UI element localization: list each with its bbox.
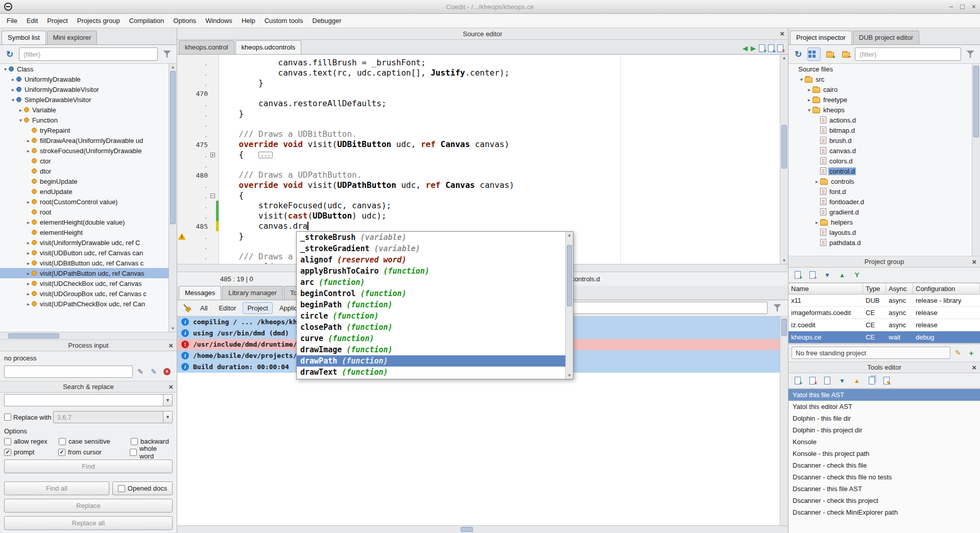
completion-item[interactable]: applyBrushToCairo(function) [297,265,565,277]
tab-symbol-list[interactable]: Symbol list [2,31,46,44]
option-case-sensitive[interactable]: case sensitive [59,438,131,445]
move-project-up-button[interactable]: ▲ [836,269,848,282]
menu-project[interactable]: Project [42,15,72,27]
next-document-icon[interactable]: ▶ [751,44,756,52]
search-dropdown-button[interactable]: ▼ [163,394,173,406]
gutter-row[interactable]: 480 [177,170,219,180]
symbol-tree-item[interactable]: ▸fillDrawArea(UniformlyDrawable ud [0,135,177,146]
doc-tab-kheops-udcontrols[interactable]: kheops.udcontrols [235,40,302,54]
filter-editor[interactable]: Editor [214,302,241,314]
replace-input[interactable] [53,411,163,423]
edit-tool-button[interactable]: ✎ [880,374,893,387]
file-tree-item[interactable]: control.d [788,166,980,176]
edit-free-standing-button[interactable]: ✎ [952,347,964,358]
search-input[interactable] [4,394,163,406]
option-prompt[interactable]: ✓prompt [4,448,58,456]
scrollbar-thumb[interactable] [567,245,572,306]
tool-item[interactable]: Yatol this editor AST [788,401,980,413]
filter-project[interactable]: Project [243,302,272,314]
gutter-row[interactable]: 475 [177,139,219,150]
gutter-row[interactable]: . [177,241,219,252]
completion-item[interactable]: closePath(function) [297,322,565,333]
completion-item[interactable]: drawText(function) [297,367,565,378]
tool-item[interactable]: Dolphin - this project dir [788,424,980,436]
completion-item[interactable]: circle(function) [297,310,565,322]
project-row[interactable]: iz.coeditCEasyncrelease [788,319,980,331]
gutter-row[interactable]: .− [177,190,219,201]
symbol-tree-item[interactable]: beginUpdate [0,176,177,186]
gutter-row[interactable]: !. [177,231,219,241]
fold-marker-icon[interactable]: − [210,193,215,198]
folded-code-icon[interactable]: ... [258,152,273,158]
gutter-row[interactable]: . [177,109,219,119]
completion-item[interactable]: alignof(reserved word) [297,254,565,265]
symbol-tree-item[interactable]: ▾Class [0,64,177,74]
completion-item[interactable]: _strokeBrush(variable) [297,232,565,243]
symbol-tree-item[interactable]: ▸Variable [0,105,177,115]
project-row[interactable]: kheops.ceCEwaitdebug [788,331,980,344]
file-tree-item[interactable]: fontloader.d [788,197,980,207]
gutter-row[interactable]: 485 [177,221,219,231]
remove-tool-button[interactable]: × [806,374,819,387]
new-document-icon[interactable]: + [759,44,765,52]
fold-marker-icon[interactable]: + [210,153,215,157]
scrollbar-thumb[interactable] [461,527,473,532]
symbol-tree-item[interactable]: ▸visit(UDButton udc, ref Canvas can [0,248,177,258]
menu-file[interactable]: File [2,15,22,27]
code-line[interactable]: strokeFocused(udc, canvas); [219,201,780,211]
previous-document-icon[interactable]: ◀ [743,44,748,52]
remove-folder-button[interactable]: − [839,47,852,61]
completion-item[interactable]: drawImage(function) [297,344,565,355]
open-document-icon[interactable]: ▸ [768,44,774,52]
completion-item[interactable]: _strokeGradient(variable) [297,243,565,254]
code-line[interactable] [219,119,780,129]
filter-all[interactable]: All [196,302,212,314]
gutter-row[interactable]: . [177,180,219,190]
symbol-tree-item[interactable]: ctor [0,156,177,166]
file-tree-item[interactable]: ▾src [788,74,980,84]
tool-item[interactable]: Konsole - this project path [788,448,980,459]
menu-edit[interactable]: Edit [22,15,42,27]
gutter-row[interactable]: . [177,99,219,109]
symbol-tree-item[interactable]: dtor [0,166,177,176]
replace-with-checkbox[interactable] [4,414,11,421]
symbol-tree-item[interactable]: ▾Function [0,115,177,125]
process-input-field[interactable] [4,366,133,378]
symbol-tree-item[interactable]: root [0,207,177,217]
file-tree-item[interactable]: Source files [788,64,980,74]
file-tree-item[interactable]: gradient.d [788,207,980,217]
close-document-icon[interactable]: × [777,44,783,52]
symbol-tree-item[interactable]: ▸UniformlyDrawableVisitor [0,84,177,94]
project-filter-options-button[interactable] [964,47,977,61]
file-tree-item[interactable]: pathdata.d [788,237,980,248]
completion-item[interactable]: arc(function) [297,277,565,288]
code-line[interactable]: canvas.restoreAllDefaults; [219,99,780,109]
column-header-type[interactable]: Type [863,283,886,294]
scrollbar-thumb[interactable] [170,71,176,224]
move-tool-up-button[interactable]: ▲ [851,374,863,387]
gutter-row[interactable]: . [177,78,219,88]
file-tree-item[interactable]: colors.d [788,156,980,166]
scrollbar-thumb[interactable] [781,125,787,168]
symbol-tree-item[interactable]: tryRepaint [0,125,177,135]
file-tree-item[interactable]: ▸cairo [788,84,980,94]
file-tree-item[interactable]: actions.d [788,115,980,125]
tool-item[interactable]: Yatol this file AST [788,389,980,401]
file-tree-item[interactable]: brush.d [788,135,980,146]
file-tree-item[interactable]: ▸controls [788,176,980,186]
code-line[interactable] [219,160,780,170]
add-tool-button[interactable]: + [792,374,804,387]
symbol-tree-item[interactable]: ▾SimpleDrawableVisitor [0,94,177,105]
save-tools-button[interactable] [821,374,833,387]
menu-options[interactable]: Options [169,15,201,27]
symbol-tree-item[interactable]: ▸UniformlyDrawable [0,74,177,84]
completion-item[interactable]: drawPath(function) [297,355,565,367]
opened-docs-toggle[interactable]: Opened docs [112,481,173,495]
find-all-button[interactable]: Find all [4,481,109,495]
clone-tool-button[interactable] [866,374,878,387]
gutter-row[interactable]: . [177,68,219,78]
remove-project-button[interactable]: − [806,269,819,282]
tool-item[interactable]: Dscanner - check this project [788,495,980,506]
symbol-tree-item[interactable]: endUpdate [0,186,177,197]
tool-item[interactable]: Dscanner - check this file no tests [788,471,980,483]
